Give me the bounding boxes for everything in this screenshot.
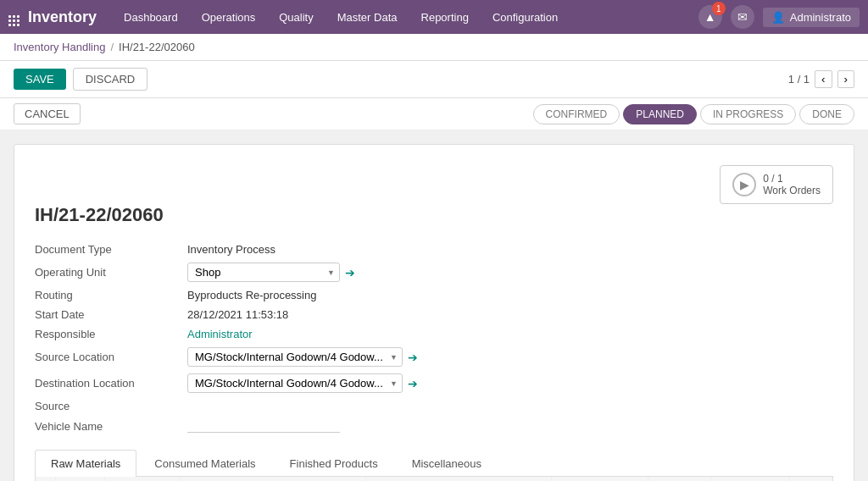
app-grid-icon[interactable] — [8, 8, 19, 26]
work-orders-count: 0 / 1 — [763, 173, 821, 185]
source-location-ext-link[interactable]: ➔ — [408, 351, 418, 364]
user-menu[interactable]: 👤 Administrato — [763, 8, 860, 27]
pagination: 1 / 1 ‹ › — [788, 70, 854, 88]
action-bar: SAVE DISCARD 1 / 1 ‹ › — [0, 61, 868, 98]
nav-configuration[interactable]: Configuration — [482, 6, 568, 29]
form-title: IH/21-22/02060 — [35, 204, 833, 226]
destination-location-select[interactable]: MG/Stock/Internal Godown/4 Godow... — [187, 373, 403, 393]
source-location-label: Source Location — [35, 351, 187, 363]
breadcrumb: Inventory Handling / IH/21-22/02060 — [0, 34, 868, 61]
routing-value: Byproducts Re-processing — [187, 289, 316, 301]
destination-location-row: Destination Location MG/Stock/Internal G… — [35, 373, 833, 393]
form-fields: Document Type Inventory Process Operatin… — [35, 243, 833, 433]
work-orders-icon: ▶ — [732, 173, 756, 196]
operating-unit-select[interactable]: Shop — [187, 263, 340, 282]
col-product: Product — [55, 477, 104, 481]
col-sublot-ref: SubIotRef. — [648, 477, 710, 481]
raw-materials-table: # Product Material Type Source Destinati… — [36, 477, 833, 481]
tab-finished-products[interactable]: Finished Products — [274, 450, 394, 477]
operating-unit-row: Operating Unit Shop ➔ — [35, 263, 833, 282]
app-title: Inventory — [28, 8, 97, 26]
notification-icon[interactable]: ▲ 1 — [698, 5, 722, 29]
col-destination: Destination — [365, 477, 551, 481]
save-button[interactable]: SAVE — [14, 69, 66, 90]
destination-location-ext-link[interactable]: ➔ — [408, 377, 418, 390]
next-page-button[interactable]: › — [837, 70, 854, 88]
status-steps: CONFIRMED PLANNED IN PROGRESS DONE — [533, 104, 854, 124]
responsible-value[interactable]: Administrator — [187, 328, 253, 340]
notification-badge: 1 — [712, 2, 726, 15]
work-orders-label: Work Orders — [763, 185, 821, 196]
nav-items: Dashboard Operations Quality Master Data… — [114, 6, 698, 29]
col-lot-batch: Lot/Batch Number — [552, 477, 648, 481]
start-date-label: Start Date — [35, 308, 187, 321]
status-planned[interactable]: PLANNED — [623, 104, 697, 124]
document-type-row: Document Type Inventory Process — [35, 243, 833, 256]
tab-raw-materials[interactable]: Raw Materials — [35, 450, 136, 477]
breadcrumb-current: IH/21-22/02060 — [119, 41, 195, 53]
document-type-value: Inventory Process — [187, 243, 275, 256]
main-content: ▶ 0 / 1 Work Orders IH/21-22/02060 Docum… — [0, 130, 868, 481]
operating-unit-field: Shop ➔ — [187, 263, 355, 282]
nav-right: ▲ 1 ✉ 👤 Administrato — [698, 5, 860, 29]
nav-dashboard[interactable]: Dashboard — [114, 6, 188, 29]
status-done[interactable]: DONE — [799, 104, 854, 124]
status-in-progress[interactable]: IN PROGRESS — [700, 104, 796, 124]
vehicle-name-row: Vehicle Name — [35, 419, 833, 433]
nav-master-data[interactable]: Master Data — [327, 6, 408, 29]
routing-row: Routing Byproducts Re-processing — [35, 289, 833, 301]
routing-label: Routing — [35, 289, 187, 301]
col-source: Source — [180, 477, 365, 481]
source-label: Source — [35, 400, 187, 412]
vehicle-name-label: Vehicle Name — [35, 420, 187, 433]
tabs-container: Raw Materials Consumed Materials Finishe… — [35, 450, 833, 481]
work-orders-widget[interactable]: ▶ 0 / 1 Work Orders — [720, 165, 833, 204]
destination-location-label: Destination Location — [35, 377, 187, 390]
prev-page-button[interactable]: ‹ — [815, 70, 832, 88]
vehicle-name-input[interactable] — [187, 419, 340, 433]
operating-unit-label: Operating Unit — [35, 266, 187, 279]
start-date-value: 28/12/2021 11:53:18 — [187, 308, 288, 321]
breadcrumb-separator: / — [110, 41, 114, 53]
status-bar: CANCEL CONFIRMED PLANNED IN PROGRESS DON… — [0, 98, 868, 130]
nav-reporting[interactable]: Reporting — [411, 6, 479, 29]
col-pre-mois-loss: Pre.Mois.Loss — [710, 477, 789, 481]
col-material-type: Material Type — [105, 477, 181, 481]
operating-unit-ext-link[interactable]: ➔ — [345, 266, 355, 279]
tab-consumed-materials[interactable]: Consumed Materials — [138, 450, 271, 477]
discard-button[interactable]: DISCARD — [73, 68, 148, 91]
chat-icon[interactable]: ✉ — [731, 5, 754, 29]
breadcrumb-parent[interactable]: Inventory Handling — [14, 41, 105, 53]
table-container: # Product Material Type Source Destinati… — [35, 477, 833, 481]
nav-operations[interactable]: Operations — [192, 6, 266, 29]
document-type-label: Document Type — [35, 243, 187, 256]
tab-miscellaneous[interactable]: Miscellaneous — [396, 450, 498, 477]
nav-quality[interactable]: Quality — [269, 6, 323, 29]
pagination-count: 1 / 1 — [788, 73, 810, 86]
user-label: Administrato — [790, 11, 851, 24]
tabs: Raw Materials Consumed Materials Finishe… — [35, 450, 833, 477]
source-location-select[interactable]: MG/Stock/Internal Godown/4 Godow... — [187, 347, 403, 367]
status-confirmed[interactable]: CONFIRMED — [533, 104, 620, 124]
user-avatar-icon: 👤 — [771, 11, 785, 24]
responsible-label: Responsible — [35, 328, 187, 340]
col-num: # — [36, 477, 55, 481]
source-row: Source — [35, 400, 833, 412]
top-navigation: Inventory Dashboard Operations Quality M… — [0, 0, 868, 34]
start-date-row: Start Date 28/12/2021 11:53:18 — [35, 308, 833, 321]
col-weighed-qty: Weighed Qty — [789, 477, 833, 481]
form-card: ▶ 0 / 1 Work Orders IH/21-22/02060 Docum… — [14, 144, 854, 481]
responsible-row: Responsible Administrator — [35, 328, 833, 340]
cancel-button[interactable]: CANCEL — [14, 103, 81, 124]
source-location-row: Source Location MG/Stock/Internal Godown… — [35, 347, 833, 367]
